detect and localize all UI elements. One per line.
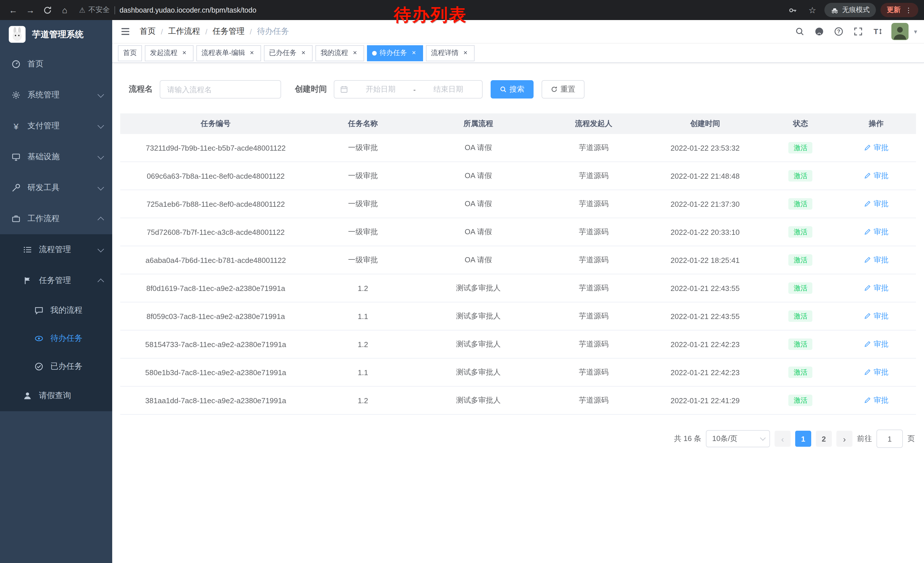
app-logo[interactable]: 芋道管理系统	[0, 20, 112, 49]
sidebar-collapse-icon[interactable]	[120, 26, 130, 37]
prev-page-button[interactable]: ‹	[775, 431, 790, 447]
table-header: 任务编号 任务名称 所属流程 流程发起人 创建时间 状态 操作	[120, 113, 916, 134]
page-button-1[interactable]: 1	[795, 431, 811, 447]
edit-pencil-icon	[864, 144, 872, 152]
approve-link[interactable]: 审批	[864, 311, 888, 321]
tab-首页[interactable]: 首页	[118, 45, 142, 61]
table-row: 725a1eb6-7b88-11ec-8ef0-acde48001122 一级审…	[120, 190, 916, 218]
cell-status: 激活	[765, 366, 836, 378]
chevron-down-icon	[98, 91, 104, 98]
update-button[interactable]: 更新 ⋮	[880, 3, 918, 17]
sidebar-item-home[interactable]: 首页	[0, 49, 112, 80]
address-bar[interactable]: ⚠ 不安全 dashboard.yudao.iocoder.cn/bpm/tas…	[79, 5, 256, 15]
sidebar-item-infrastructure[interactable]: 基础设施	[0, 141, 112, 173]
cell-create-time: 2022-01-22 21:48:48	[645, 171, 765, 180]
date-range-picker[interactable]: 开始日期 - 结束日期	[334, 80, 483, 99]
font-size-icon[interactable]: T	[872, 26, 883, 37]
approve-link[interactable]: 审批	[864, 199, 888, 209]
user-icon	[23, 391, 32, 400]
github-icon[interactable]	[814, 26, 825, 37]
tab-流程表单-编辑[interactable]: 流程表单-编辑 ×	[196, 45, 261, 61]
tab-我的流程[interactable]: 我的流程 ×	[315, 45, 364, 61]
home-icon[interactable]: ⌂	[57, 3, 72, 18]
approve-link[interactable]: 审批	[864, 395, 888, 405]
incognito-label: 无痕模式	[842, 5, 870, 15]
approve-link[interactable]: 审批	[864, 143, 888, 153]
sidebar-item-done-tasks[interactable]: 已办任务	[0, 352, 112, 380]
cell-task-id: 725a1eb6-7b88-11ec-8ef0-acde48001122	[120, 200, 311, 208]
cell-task-name: 1.2	[311, 396, 414, 405]
goto-page-input[interactable]	[876, 429, 903, 448]
sidebar-item-leave-query[interactable]: 请假查询	[0, 380, 112, 411]
not-secure-warning[interactable]: ⚠ 不安全	[79, 5, 110, 15]
sidebar-item-workflow[interactable]: 工作流程	[0, 203, 112, 234]
column-action: 操作	[836, 119, 916, 129]
sidebar-item-system[interactable]: 系统管理	[0, 80, 112, 111]
approve-link[interactable]: 审批	[864, 171, 888, 181]
chevron-down-icon	[98, 184, 104, 191]
status-badge: 激活	[789, 338, 813, 350]
url-text: dashboard.yudao.iocoder.cn/bpm/task/todo	[119, 6, 256, 14]
search-button[interactable]: 搜索	[490, 80, 534, 99]
breadcrumb-workflow[interactable]: 工作流程	[168, 26, 200, 37]
approve-link[interactable]: 审批	[864, 255, 888, 265]
approve-link[interactable]: 审批	[864, 367, 888, 377]
breadcrumb-home[interactable]: 首页	[140, 26, 156, 37]
task-flag-icon	[23, 276, 32, 285]
page-button-2[interactable]: 2	[816, 431, 832, 447]
page-size-select[interactable]: 10条/页	[706, 430, 770, 447]
next-page-button[interactable]: ›	[836, 431, 852, 447]
tab-已办任务[interactable]: 已办任务 ×	[264, 45, 313, 61]
column-process: 所属流程	[415, 119, 542, 129]
screen: ← → ⌂ ⚠ 不安全 dashboard.yudao.iocoder.cn/b…	[0, 0, 924, 563]
forward-icon[interactable]: →	[23, 3, 38, 18]
cell-create-time: 2022-01-21 22:42:23	[645, 340, 765, 348]
close-icon[interactable]: ×	[351, 49, 359, 57]
table-body: 73211d9d-7b9b-11ec-b5b7-acde48001122 一级审…	[120, 134, 916, 415]
key-icon[interactable]	[786, 3, 800, 18]
sidebar-item-process-management[interactable]: 流程管理	[0, 234, 112, 265]
sidebar-item-todo-tasks[interactable]: 待办任务	[0, 324, 112, 352]
cell-task-name: 1.2	[311, 340, 414, 348]
cell-initiator: 芋道源码	[542, 339, 645, 349]
approve-link[interactable]: 审批	[864, 227, 888, 237]
cell-process: 测试多审批人	[415, 367, 542, 377]
process-name-input[interactable]	[160, 80, 281, 99]
cell-create-time: 2022-01-21 22:41:29	[645, 396, 765, 405]
search-icon	[500, 86, 507, 93]
browser-menu-dots-icon[interactable]: ⋮	[905, 6, 912, 14]
tab-待办任务[interactable]: 待办任务 ×	[367, 45, 423, 61]
breadcrumb-task-management[interactable]: 任务管理	[213, 26, 245, 37]
approve-link[interactable]: 审批	[864, 283, 888, 293]
close-icon[interactable]: ×	[461, 49, 470, 57]
sidebar-item-payment[interactable]: ¥ 支付管理	[0, 111, 112, 141]
fullscreen-icon[interactable]	[853, 26, 864, 37]
avatar-dropdown-caret-icon[interactable]: ▾	[914, 28, 917, 35]
close-icon[interactable]: ×	[410, 49, 418, 57]
process-name-label: 流程名	[129, 84, 153, 95]
cell-status: 激活	[765, 170, 836, 182]
status-badge: 激活	[789, 395, 813, 406]
close-icon[interactable]: ×	[180, 49, 188, 57]
status-badge: 激活	[789, 254, 813, 266]
help-icon[interactable]: ?	[833, 26, 844, 37]
back-icon[interactable]: ←	[6, 3, 21, 18]
active-dot-icon	[372, 51, 377, 55]
tab-发起流程[interactable]: 发起流程 ×	[145, 45, 194, 61]
tab-流程详情[interactable]: 流程详情 ×	[426, 45, 475, 61]
sidebar-item-my-process[interactable]: 我的流程	[0, 296, 112, 324]
bookmark-star-icon[interactable]: ☆	[805, 3, 820, 18]
reset-button[interactable]: 重置	[542, 80, 585, 99]
close-icon[interactable]: ×	[248, 49, 256, 57]
tools-icon	[12, 183, 21, 192]
search-icon[interactable]	[794, 26, 805, 37]
close-icon[interactable]: ×	[299, 49, 308, 57]
approve-link[interactable]: 审批	[864, 339, 888, 349]
table-row: 580e1b3d-7ac8-11ec-a9e2-a2380e71991a 1.1…	[120, 359, 916, 387]
reload-icon[interactable]	[40, 3, 55, 18]
cell-process: OA 请假	[415, 199, 542, 209]
chevron-down-icon	[98, 122, 104, 129]
sidebar-item-task-management[interactable]: 任务管理	[0, 265, 112, 296]
sidebar-item-devtools[interactable]: 研发工具	[0, 173, 112, 203]
avatar[interactable]	[892, 23, 909, 40]
